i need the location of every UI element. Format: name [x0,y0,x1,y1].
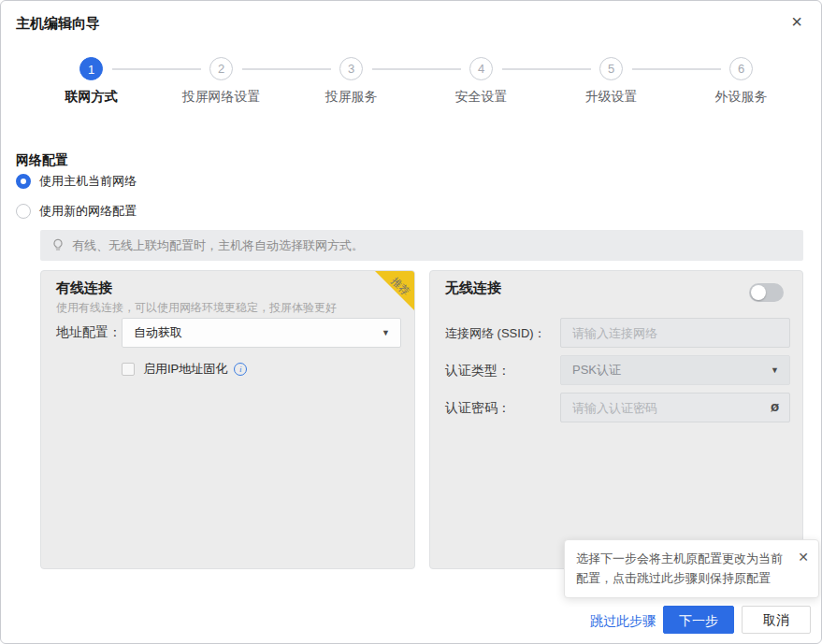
wired-card-description: 使用有线连接，可以使用网络环境更稳定，投屏体验更好 [56,300,337,316]
auth-type-select[interactable]: PSK认证 ▼ [560,355,790,385]
network-config-title: 网络配置 [16,152,68,169]
ssid-input[interactable] [560,318,790,348]
next-step-tooltip: 选择下一步会将主机原配置更改为当前配置，点击跳过此步骤则保持原配置 ✕ [564,539,819,598]
auth-type-label: 认证类型： [445,363,511,379]
wireless-card-title: 无线连接 [445,279,501,297]
step-6-circle: 6 [729,57,753,80]
wizard-stepper: 1 联网方式 2 投屏网络设置 3 投屏服务 4 安全设置 5 升级设置 6 外… [26,57,806,106]
auth-password-label: 认证密码： [445,400,511,417]
wireless-toggle-off[interactable] [749,283,784,302]
wired-card-title: 有线连接 [56,279,112,297]
network-info-text: 有线、无线上联均配置时，主机将自动选择联网方式。 [72,237,364,254]
lightbulb-icon [51,238,65,252]
step-2-circle: 2 [209,57,233,80]
chevron-down-icon: ▼ [382,319,390,347]
address-config-label: 地址配置： [56,324,122,341]
close-icon[interactable]: × [791,12,802,31]
eye-off-icon[interactable]: ø [771,398,779,414]
step-5-upgrade: 5 升级设置 [546,57,676,106]
ip-pinning-checkbox-row[interactable]: 启用IP地址固化 i [122,361,247,378]
step-6-peripheral: 6 外设服务 [676,57,806,106]
info-icon[interactable]: i [234,363,247,376]
auth-password-input[interactable] [560,393,790,422]
radio-use-current-network[interactable]: 使用主机当前网络 [16,173,137,190]
wireless-connection-card: 无线连接 连接网络 (SSID)： 认证类型： PSK认证 ▼ 认证密码： ø [429,270,803,569]
toggle-knob [751,285,766,300]
step-5-circle: 5 [599,57,623,80]
network-info-banner: 有线、无线上联均配置时，主机将自动选择联网方式。 [40,230,803,261]
step-4-security: 4 安全设置 [416,57,546,106]
tooltip-text: 选择下一步会将主机原配置更改为当前配置，点击跳过此步骤则保持原配置 [576,551,783,585]
step-3-cast-service: 3 投屏服务 [286,57,416,106]
dialog-title: 主机编辑向导 [16,15,100,33]
ssid-label: 连接网络 (SSID)： [445,325,546,342]
step-1-network-mode: 1 联网方式 [26,57,156,106]
next-button[interactable]: 下一步 [663,606,734,634]
address-config-select[interactable]: 自动获取 ▼ [122,318,401,348]
step-3-circle: 3 [339,57,363,80]
cancel-button[interactable]: 取消 [742,606,811,634]
step-1-circle: 1 [79,57,103,80]
skip-step-link[interactable]: 跳过此步骤 [590,613,656,630]
step-2-cast-network: 2 投屏网络设置 [156,57,286,106]
chevron-down-icon: ▼ [771,356,779,384]
step-4-circle: 4 [469,57,493,80]
radio-unselected-icon [16,204,31,219]
wired-connection-card: 推荐 有线连接 使用有线连接，可以使用网络环境更稳定，投屏体验更好 地址配置： … [40,270,415,569]
radio-selected-icon [16,174,31,189]
tooltip-close-icon[interactable]: ✕ [798,547,809,568]
radio-use-new-network[interactable]: 使用新的网络配置 [16,203,137,220]
ip-pinning-checkbox[interactable] [122,363,135,376]
host-edit-wizard-dialog: 主机编辑向导 × 1 联网方式 2 投屏网络设置 3 投屏服务 4 安全设置 5… [0,0,822,644]
